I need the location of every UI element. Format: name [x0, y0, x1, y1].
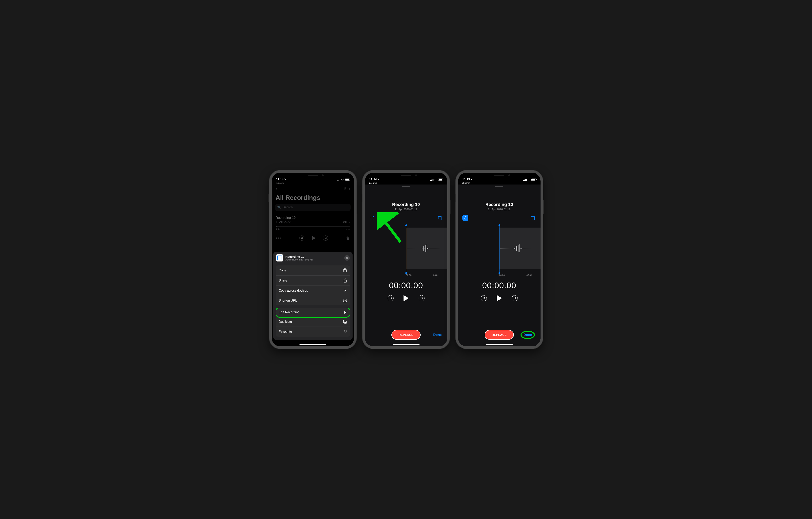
- editor-title: Recording 10: [458, 202, 541, 207]
- back-to-search[interactable]: Search: [458, 181, 541, 185]
- timeline-tick: 00:01: [526, 274, 532, 276]
- share-group-2: Edit Recording Duplicate Favourite ♡: [276, 308, 350, 337]
- wifi-icon: [434, 179, 437, 181]
- editor-subtitle: 11 Apr 2020 01:19: [365, 208, 447, 211]
- replace-button[interactable]: REPLACE: [392, 330, 420, 340]
- timeline-tick: 00:00: [406, 274, 412, 276]
- waveform-area[interactable]: 00:00 00:01: [365, 224, 447, 279]
- playhead[interactable]: [406, 225, 406, 273]
- done-button[interactable]: Done: [433, 333, 442, 337]
- wifi-icon: [527, 179, 531, 181]
- svg-rect-0: [344, 269, 346, 272]
- battery-icon: [531, 179, 536, 181]
- timeline-tick: 00:01: [433, 274, 439, 276]
- share-copy-across[interactable]: Copy across devices ✂: [276, 286, 350, 296]
- enhance-wand-icon[interactable]: [370, 215, 375, 220]
- current-time: 00:00.00: [365, 281, 447, 290]
- forward-15-icon[interactable]: [418, 295, 425, 301]
- duplicate-icon: [343, 320, 347, 324]
- share-title: Recording 10: [286, 255, 342, 258]
- copy-icon: [343, 268, 347, 273]
- playhead[interactable]: [499, 225, 500, 273]
- share-group-1: Copy Share Copy across devices ✂: [276, 266, 350, 305]
- share-share[interactable]: Share: [276, 276, 350, 286]
- share-duplicate[interactable]: Duplicate: [276, 317, 350, 327]
- waveform-area[interactable]: 00:00 00:01: [458, 224, 541, 279]
- share-shorten-url[interactable]: Shorten URL: [276, 296, 350, 305]
- status-time: 11:14: [276, 177, 284, 181]
- notch: [482, 172, 517, 178]
- play-button[interactable]: [497, 295, 502, 301]
- signal-icon: [337, 179, 340, 181]
- scissors-icon: ✂: [344, 289, 347, 293]
- crop-icon[interactable]: [437, 215, 442, 220]
- compass-icon: [343, 299, 347, 303]
- home-indicator[interactable]: [486, 344, 513, 345]
- share-sheet: Recording 10 Audio Recording · 662 KB ✕ …: [273, 252, 353, 340]
- notch: [388, 172, 424, 178]
- wifi-icon: [341, 179, 344, 181]
- rewind-15-icon[interactable]: [388, 295, 394, 301]
- crop-icon[interactable]: [531, 215, 536, 220]
- location-icon: ➤: [284, 178, 286, 181]
- signal-icon: [430, 179, 433, 181]
- forward-15-icon[interactable]: [512, 295, 518, 301]
- share-subtitle: Audio Recording · 662 KB: [286, 258, 342, 261]
- share-favourite[interactable]: Favourite ♡: [276, 327, 350, 337]
- status-time: 11:15: [462, 177, 470, 181]
- close-icon[interactable]: ✕: [344, 255, 350, 261]
- share-edit-recording[interactable]: Edit Recording: [276, 308, 350, 317]
- back-to-search[interactable]: Search: [365, 181, 447, 185]
- battery-icon: [345, 179, 350, 181]
- sheet-grabber[interactable]: [495, 186, 503, 187]
- home-indicator[interactable]: [299, 344, 326, 345]
- play-button[interactable]: [404, 295, 409, 301]
- done-button[interactable]: Done: [521, 331, 535, 339]
- location-icon: ➤: [378, 178, 379, 181]
- heart-icon: ♡: [344, 330, 347, 334]
- replace-button[interactable]: REPLACE: [485, 330, 514, 340]
- timeline-tick: 00:00: [499, 274, 505, 276]
- current-time: 00:00.00: [458, 281, 541, 290]
- share-icon: [343, 278, 347, 283]
- location-icon: ➤: [471, 178, 472, 181]
- signal-icon: [523, 179, 527, 181]
- editor-title: Recording 10: [365, 202, 447, 207]
- waveform-icon: [344, 311, 347, 314]
- notch: [295, 172, 331, 178]
- status-time: 11:14: [369, 177, 377, 181]
- enhance-wand-icon[interactable]: [463, 215, 468, 220]
- phone-3: 11:15 ➤ Search Recording 10 11 Apr 2020 …: [456, 170, 543, 349]
- editor-subtitle: 11 Apr 2020 01:19: [458, 208, 541, 211]
- phone-2: 11:14 ➤ Search Recording 10 11 Apr 2020 …: [362, 170, 450, 349]
- share-copy[interactable]: Copy: [276, 266, 350, 276]
- share-thumbnail: [276, 254, 283, 262]
- phone-1: 11:14 ➤ Search ‹ Edit All Recordings 🔍 S…: [269, 170, 356, 349]
- rewind-15-icon[interactable]: [481, 295, 487, 301]
- home-indicator[interactable]: [393, 344, 419, 345]
- sheet-grabber[interactable]: [402, 186, 410, 187]
- battery-icon: [438, 179, 443, 181]
